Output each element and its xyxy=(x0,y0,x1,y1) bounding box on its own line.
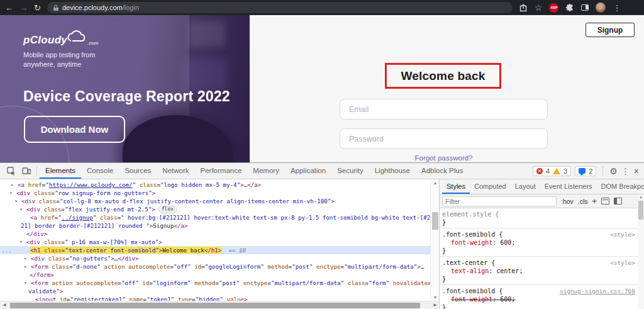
hero-photo-glow xyxy=(189,21,225,47)
dom-tree-node[interactable]: ▾<div class="col-lg-8 mx-auto d-flex jus… xyxy=(0,197,431,205)
console-errors-warnings-badge[interactable]: ✕ 4 3 xyxy=(533,166,571,176)
dom-tree-node[interactable]: </form> xyxy=(0,271,431,279)
cloud-icon xyxy=(66,30,87,44)
css-rule-close: } xyxy=(442,218,635,227)
reload-icon[interactable]: ↻ xyxy=(34,4,41,12)
collapse-arrow-icon[interactable]: ▾ xyxy=(19,205,23,213)
styles-sidebar-pane: StylesComputedLayoutEvent ListenersDOM B… xyxy=(440,179,644,309)
forgot-password-link[interactable]: Forgot password? xyxy=(340,154,548,162)
styles-tab-styles[interactable]: Styles xyxy=(442,179,470,194)
extensions-puzzle-icon[interactable] xyxy=(565,3,574,12)
devtools-tab-lighthouse[interactable]: Lighthouse xyxy=(369,163,416,179)
warning-count: 3 xyxy=(564,167,567,175)
expand-arrow-icon[interactable]: ▸ xyxy=(11,181,14,189)
issues-badge[interactable]: 2 xyxy=(575,166,596,176)
error-icon: ✕ xyxy=(536,168,543,174)
elements-vertical-scrollbar[interactable]: ▲ ▼ xyxy=(430,179,439,301)
dom-tree-node[interactable]: ▾<form action autocomplete="off" id="log… xyxy=(0,279,431,287)
devtools-panel: ElementsConsoleSourcesNetworkPerformance… xyxy=(0,162,644,309)
dom-tree-node[interactable]: <input id="registertoken1" name="token1"… xyxy=(0,295,431,301)
email-field[interactable] xyxy=(340,99,548,120)
adblock-extension-icon[interactable]: ABP xyxy=(549,3,558,13)
dom-tree-node[interactable]: </div> xyxy=(0,230,431,238)
styles-tab-layout[interactable]: Layout xyxy=(511,179,540,194)
welcome-heading: Welcome back xyxy=(401,69,485,83)
dom-tree-node[interactable]: ▸<div class="no-gutters">…</div> xyxy=(0,254,431,262)
address-bar[interactable]: device.pcloudy.com/login xyxy=(47,2,513,13)
dom-tree-node[interactable]: ▾<div class="flex justify-end mt-2.5">fl… xyxy=(0,205,431,213)
browser-window: ← → ↻ device.pcloudy.com/login ☆ ABP ⋮ p… xyxy=(0,0,644,309)
devtools-tab-application[interactable]: Application xyxy=(285,163,331,179)
dom-tree-node[interactable]: ▸<form class="d-none" action autocomplet… xyxy=(0,262,431,271)
dom-tree-node[interactable]: ▾<div class=" p-16 max-w-[70%] mx-auto"> xyxy=(0,238,431,246)
share-icon[interactable] xyxy=(519,4,528,12)
devtools-tab-console[interactable]: Console xyxy=(81,163,119,179)
computed-styles-icon[interactable] xyxy=(601,198,609,205)
back-icon[interactable]: ← xyxy=(5,4,13,12)
css-selector[interactable]: element.style { xyxy=(442,210,635,218)
signup-button[interactable]: Signup xyxy=(586,23,635,37)
css-property[interactable]: font-weight: 600; xyxy=(442,295,635,303)
css-source-link[interactable]: signup-signin.css:768 xyxy=(560,287,635,295)
expand-arrow-icon[interactable]: ▸ xyxy=(24,254,27,262)
devtools-tab-performance[interactable]: Performance xyxy=(195,163,248,179)
devtools-tab-sources[interactable]: Sources xyxy=(119,163,157,179)
devtools-close-icon[interactable]: × xyxy=(634,166,639,176)
dom-tree-node[interactable]: <a href="../signup" class=" hover:bg-[#2… xyxy=(0,213,431,222)
dom-tree-node[interactable]: validate"> xyxy=(0,287,431,295)
devtools-tab-elements[interactable]: Elements xyxy=(40,163,81,179)
url-text: device.pcloudy.com/login xyxy=(62,4,139,11)
toggle-element-state-button[interactable]: :hov xyxy=(561,198,574,205)
css-selector[interactable]: .font-semibold {<style> xyxy=(442,230,635,239)
devtools-settings-gear-icon[interactable]: ⚙ xyxy=(609,166,618,176)
forward-icon[interactable]: → xyxy=(19,4,28,12)
css-rule: .font-semibold {signup-signin.css:768fon… xyxy=(440,285,638,309)
password-field[interactable] xyxy=(340,128,548,149)
dom-tree-node[interactable]: 21] border border-[#212121] rounded ">Si… xyxy=(0,222,431,230)
download-now-button[interactable]: Download Now xyxy=(24,116,125,143)
toggle-sidebar-icon[interactable] xyxy=(614,198,622,205)
styles-filter-input[interactable] xyxy=(442,196,557,206)
flex-badge[interactable]: flex xyxy=(158,206,177,213)
profile-avatar[interactable] xyxy=(596,3,606,13)
devtools-tab-security[interactable]: Security xyxy=(331,163,369,179)
hero-panel: pCloudy .com Mobile app testing from any… xyxy=(0,15,250,162)
hero-photo-glow xyxy=(182,59,226,92)
styles-tab-event-listeners[interactable]: Event Listeners xyxy=(540,179,597,194)
devtools-tabbar: ElementsConsoleSourcesNetworkPerformance… xyxy=(0,163,644,179)
inspect-element-icon[interactable] xyxy=(4,164,19,179)
css-selector[interactable]: .text-center {<style> xyxy=(442,259,635,267)
device-toolbar-icon[interactable] xyxy=(19,164,34,179)
expand-arrow-icon[interactable]: ▸ xyxy=(24,262,27,271)
bookmark-star-icon[interactable]: ☆ xyxy=(535,3,543,12)
logo-suffix: .com xyxy=(87,40,98,46)
css-property[interactable]: font-weight: 600; xyxy=(442,239,635,247)
devtools-tab-memory[interactable]: Memory xyxy=(247,163,285,179)
browser-toolbar: ← → ↻ device.pcloudy.com/login ☆ ABP ⋮ xyxy=(0,0,644,15)
browser-menu-kebab-icon[interactable]: ⋮ xyxy=(613,4,621,12)
collapse-arrow-icon[interactable]: ▾ xyxy=(24,279,27,287)
devtools-menu-kebab-icon[interactable]: ⋮ xyxy=(621,166,630,176)
dom-tree-node[interactable]: ...<h1 class="text-center font-semibold"… xyxy=(0,246,431,254)
styles-tab-computed[interactable]: Computed xyxy=(470,179,511,194)
error-count: 4 xyxy=(546,167,550,175)
new-style-rule-button[interactable]: + xyxy=(592,196,597,206)
css-source-link: <style> xyxy=(610,259,635,267)
dom-tree-node[interactable]: ▾<div class="row signup-form no-gutters"… xyxy=(0,189,431,197)
elements-tree-pane: ▸<a href="https://www.pcloudy.com/" clas… xyxy=(0,179,440,309)
devtools-tab-adblock-plus[interactable]: Adblock Plus xyxy=(416,163,469,179)
devtools-tab-network[interactable]: Network xyxy=(157,163,194,179)
collapse-arrow-icon[interactable]: ▾ xyxy=(9,189,13,197)
dom-tree-node[interactable]: ▸<a href="https://www.pcloudy.com/" clas… xyxy=(0,181,431,189)
elements-horizontal-scrollbar[interactable]: ◄ ► xyxy=(0,301,440,309)
collapse-arrow-icon[interactable]: ▾ xyxy=(14,197,18,205)
css-selector[interactable]: .font-semibold {signup-signin.css:768 xyxy=(442,287,635,295)
css-property[interactable]: text-align: center; xyxy=(442,267,635,275)
styles-vertical-scrollbar[interactable]: ▲ xyxy=(638,194,644,309)
side-panel-icon[interactable] xyxy=(581,4,589,11)
dom-tree: ▸<a href="https://www.pcloudy.com/" clas… xyxy=(0,179,431,301)
element-classes-button[interactable]: .cls xyxy=(578,198,588,205)
node-gutter-ellipsis[interactable]: ... xyxy=(1,246,12,254)
collapse-arrow-icon[interactable]: ▾ xyxy=(19,238,23,246)
styles-tab-dom-breakpoints[interactable]: DOM Breakpoints xyxy=(597,179,644,194)
